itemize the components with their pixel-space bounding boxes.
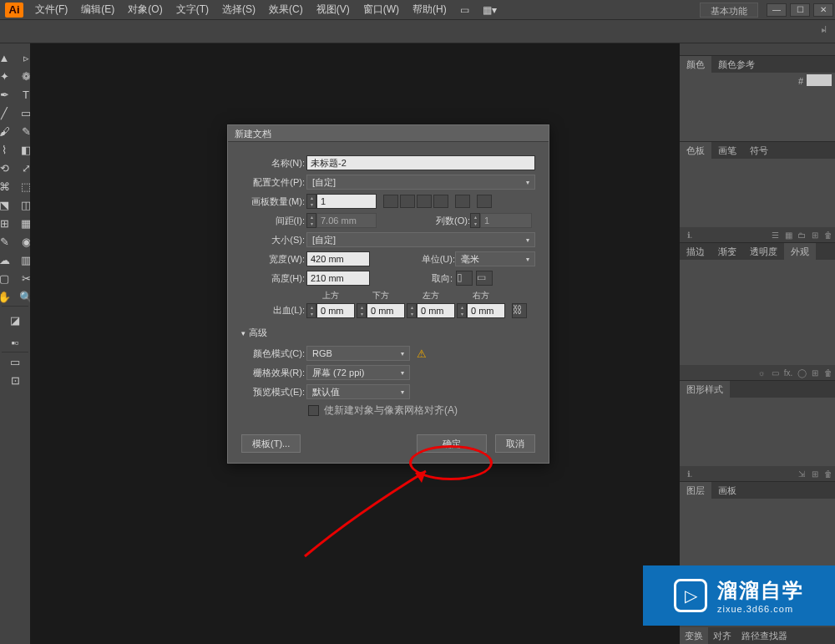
bleed-bottom-input[interactable] bbox=[367, 303, 405, 318]
appearance-clear-icon[interactable]: ◯ bbox=[795, 368, 808, 378]
close-button[interactable]: ✕ bbox=[813, 3, 833, 17]
styles-break-icon[interactable]: ⇲ bbox=[795, 469, 808, 479]
colormode-combo[interactable]: RGB bbox=[306, 346, 410, 361]
warp-tool[interactable]: ⌘ bbox=[0, 177, 15, 195]
artboards-input[interactable] bbox=[316, 194, 377, 209]
shapebuilder-tool[interactable]: ⬔ bbox=[0, 195, 15, 214]
arrange-icon[interactable]: ▦▾ bbox=[476, 4, 504, 16]
styles-del-icon[interactable]: 🗑 bbox=[822, 469, 835, 479]
tab-appearance[interactable]: 外观 bbox=[784, 243, 816, 260]
bleed-left-input[interactable] bbox=[417, 303, 455, 318]
control-bar bbox=[0, 20, 835, 43]
blob-tool[interactable]: ⌇ bbox=[0, 140, 15, 159]
warning-icon: ⚠ bbox=[417, 347, 427, 360]
width-input[interactable] bbox=[306, 251, 370, 266]
tab-gradient[interactable]: 渐变 bbox=[711, 243, 743, 260]
tab-stroke[interactable]: 描边 bbox=[680, 243, 711, 260]
swatches-delete-icon[interactable]: 🗑 bbox=[822, 231, 835, 240]
menu-file[interactable]: 文件(F) bbox=[28, 3, 74, 17]
doc-setup[interactable]: ⊡ bbox=[4, 371, 26, 389]
orient-landscape-button[interactable]: ▭ bbox=[476, 271, 493, 286]
colormode-label: 颜色模式(C): bbox=[241, 347, 305, 360]
advanced-header[interactable]: 高级 bbox=[241, 327, 535, 339]
mesh-tool[interactable]: ⊞ bbox=[0, 214, 15, 232]
swatches-opts-icon[interactable]: ☰ bbox=[768, 231, 782, 240]
menu-select[interactable]: 选择(S) bbox=[215, 3, 262, 17]
artboard-tool[interactable]: ▢ bbox=[0, 269, 15, 287]
height-input[interactable] bbox=[306, 271, 370, 286]
preview-combo[interactable]: 默认值 bbox=[306, 384, 410, 399]
artboards-spinner[interactable]: ▴▾ bbox=[306, 194, 316, 209]
pen-tool[interactable]: ✒ bbox=[0, 85, 15, 104]
menu-window[interactable]: 窗口(W) bbox=[357, 3, 406, 17]
menu-edit[interactable]: 编辑(E) bbox=[74, 3, 121, 17]
watermark-logo: ▷ 溜溜自学 zixue.3d66.com bbox=[643, 565, 835, 626]
name-input[interactable] bbox=[306, 155, 535, 170]
swatches-lib-icon[interactable]: ℹ︎. bbox=[683, 231, 696, 240]
tab-symbols[interactable]: 符号 bbox=[743, 142, 775, 159]
maximize-button[interactable]: ☐ bbox=[790, 3, 810, 17]
swatches-folder-icon[interactable]: 🗀 bbox=[795, 231, 808, 240]
menu-view[interactable]: 视图(V) bbox=[310, 3, 357, 17]
bleed-top-input[interactable] bbox=[316, 303, 355, 318]
hex-input[interactable] bbox=[807, 74, 832, 86]
units-combo[interactable]: 毫米 bbox=[455, 251, 535, 266]
appearance-sun-icon[interactable]: ☼ bbox=[755, 368, 768, 378]
hand-tool[interactable]: ✋ bbox=[0, 287, 15, 306]
appearance-fx-icon[interactable]: fx. bbox=[782, 368, 795, 378]
menu-help[interactable]: 帮助(H) bbox=[406, 3, 453, 17]
tab-align[interactable]: 对齐 bbox=[708, 627, 736, 644]
tab-transparency[interactable]: 透明度 bbox=[743, 243, 784, 260]
bleed-link-icon[interactable]: ⛓ bbox=[512, 303, 527, 318]
menu-type[interactable]: 文字(T) bbox=[170, 3, 215, 17]
brush-tool[interactable]: 🖌 bbox=[0, 122, 15, 140]
bleed-left-spin[interactable]: ▴▾ bbox=[407, 303, 417, 318]
appearance-menu-icon[interactable]: ▭ bbox=[768, 368, 782, 378]
toolbox: ▲ ✦ ✒ ╱ 🖌 ⌇ ⟲ ⌘ ⬔ ⊞ ✎ ☁ ▢ ✋ ▹ ❁ T ▭ ✎ bbox=[0, 43, 30, 644]
bleed-bottom-spin[interactable]: ▴▾ bbox=[357, 303, 367, 318]
color-mode-icons[interactable]: ▪▫ bbox=[4, 333, 26, 352]
appearance-dup-icon[interactable]: ⊞ bbox=[808, 368, 822, 378]
cancel-button[interactable]: 取消 bbox=[495, 434, 535, 453]
ok-button[interactable]: 确定 bbox=[417, 434, 487, 453]
size-combo[interactable]: [自定] bbox=[306, 232, 535, 247]
rotate-tool[interactable]: ⟲ bbox=[0, 159, 15, 177]
template-button[interactable]: 模板(T)... bbox=[241, 434, 301, 453]
swatches-new-icon[interactable]: ▦ bbox=[782, 231, 795, 240]
fill-stroke-swatch[interactable]: ◪ bbox=[4, 307, 26, 333]
align-pixel-checkbox[interactable] bbox=[308, 405, 319, 416]
minimize-button[interactable]: — bbox=[767, 3, 787, 17]
panel-color: 颜色 颜色参考 # bbox=[680, 55, 835, 141]
bleed-top-spin[interactable]: ▴▾ bbox=[306, 303, 316, 318]
menu-effect[interactable]: 效果(C) bbox=[262, 3, 310, 17]
tab-artboards[interactable]: 画板 bbox=[711, 482, 743, 499]
profile-combo[interactable]: [自定] bbox=[306, 175, 535, 190]
tab-color-guide[interactable]: 颜色参考 bbox=[711, 56, 762, 73]
tab-graphic-styles[interactable]: 图形样式 bbox=[680, 381, 730, 398]
menu-object[interactable]: 对象(O) bbox=[121, 3, 169, 17]
raster-combo[interactable]: 屏幕 (72 ppi) bbox=[306, 365, 410, 380]
bleed-right-spin[interactable]: ▴▾ bbox=[457, 303, 467, 318]
bleed-right-hdr: 右方 bbox=[473, 290, 489, 302]
tab-color[interactable]: 颜色 bbox=[680, 56, 711, 73]
tab-pathfinder[interactable]: 路径查找器 bbox=[736, 627, 792, 644]
styles-new-icon[interactable]: ⊞ bbox=[808, 469, 822, 479]
tab-swatches[interactable]: 色板 bbox=[680, 142, 711, 159]
artboard-arrange-icons[interactable] bbox=[383, 195, 492, 208]
magic-wand-tool[interactable]: ✦ bbox=[0, 67, 15, 85]
orient-portrait-button[interactable]: ▯ bbox=[456, 271, 473, 286]
selection-tool[interactable]: ▲ bbox=[0, 48, 15, 67]
line-tool[interactable]: ╱ bbox=[0, 104, 15, 122]
tab-transform[interactable]: 变换 bbox=[680, 627, 708, 644]
workspace-switcher[interactable]: 基本功能 bbox=[700, 3, 758, 18]
tab-brushes[interactable]: 画笔 bbox=[711, 142, 743, 159]
eyedropper-tool[interactable]: ✎ bbox=[0, 232, 15, 251]
swatches-add-icon[interactable]: ⊞ bbox=[808, 231, 822, 240]
appearance-del-icon[interactable]: 🗑 bbox=[822, 368, 835, 378]
styles-lib-icon[interactable]: ℹ︎. bbox=[683, 469, 696, 479]
tab-layers[interactable]: 图层 bbox=[680, 482, 711, 499]
symbol-tool[interactable]: ☁ bbox=[0, 251, 15, 269]
screen-mode[interactable]: ▭ bbox=[4, 352, 26, 371]
bleed-right-input[interactable] bbox=[467, 303, 505, 318]
doc-icon[interactable]: ▭ bbox=[453, 4, 476, 16]
